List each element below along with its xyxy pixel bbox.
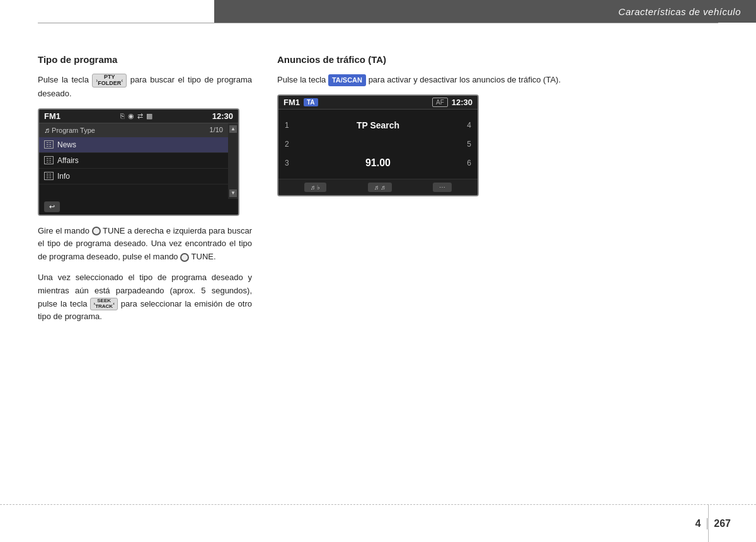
ta-scan-key: TA/SCAN — [328, 74, 366, 87]
scroll-down-arrow[interactable]: ▼ — [229, 189, 237, 197]
list-item-icon-news: ☷ — [44, 140, 54, 149]
chevron-right-icon: ‹ — [121, 77, 123, 85]
list-item-news[interactable]: ☷ News — [39, 137, 228, 153]
tp-search-text: TP Search — [304, 120, 452, 130]
list-item-label-info: Info — [57, 172, 70, 181]
list-item-affairs[interactable]: ☷ Affairs — [39, 153, 228, 169]
para2-gire: Gire el mando — [38, 226, 92, 235]
left-screen: FM1 ⎘ ◉ ⇄ ▩ 12:30 ♬ Program Type 1 — [38, 108, 239, 216]
pty-folder-key: › PTY FOLDER ‹ — [92, 74, 127, 88]
circle-dot-icon: ◉ — [128, 112, 134, 120]
back-button[interactable]: ↩ — [44, 201, 60, 212]
left-screen-icons: ⎘ ◉ ⇄ ▩ — [120, 112, 152, 120]
screen-list: ♬ Program Type 1/10 ☷ News ☷ Affairs — [39, 123, 228, 199]
music-note-small-2: ♬ — [381, 184, 386, 191]
left-para1-before: Pulse la tecla — [38, 75, 89, 84]
num-1: 1 — [285, 121, 304, 130]
af-badge: AF — [432, 98, 448, 107]
right-screen-body: 1 TP Search 4 2 5 3 91.00 6 — [278, 110, 478, 179]
main-content: Tipo de programa Pulse la tecla › PTY FO… — [38, 23, 718, 504]
right-para-1: Pulse la tecla TA/SCAN para activar y de… — [277, 74, 718, 87]
screen-list-header: ♬ Program Type 1/10 — [39, 123, 228, 137]
right-screen-time: 12:30 — [452, 98, 472, 107]
chapter-number: 4 — [695, 518, 707, 529]
right-screen: FM1 TA AF 12:30 1 TP Search 4 2 5 3 — [277, 94, 479, 196]
left-para-1: Pulse la tecla › PTY FOLDER ‹ para busca… — [38, 74, 252, 101]
list-item-info[interactable]: ☷ Info — [39, 169, 228, 184]
tune-circle-icon — [92, 227, 101, 235]
right-screen-footer: ♬ ♭ ♬ ♬ ⋯ — [278, 179, 478, 195]
frequency-display: 91.00 — [304, 157, 452, 169]
music-note-icon-2: ♬ — [374, 184, 379, 191]
pty-key-label: PTY FOLDER — [98, 74, 121, 87]
num-4: 4 — [452, 121, 471, 130]
list-item-icon-affairs: ☷ — [44, 156, 54, 164]
para2-tune2: TUNE. — [192, 252, 216, 261]
left-section-title: Tipo de programa — [38, 54, 252, 65]
footer-divider — [708, 504, 709, 542]
right-screen-fm: FM1 — [284, 98, 300, 107]
footer-btn-2[interactable]: ♬ ♬ — [368, 183, 392, 192]
music-note-small-1: ♭ — [317, 184, 320, 191]
left-screen-time: 12:30 — [212, 111, 233, 121]
footer-btn-1[interactable]: ♬ ♭ — [304, 183, 327, 192]
left-screen-footer: ↩ — [39, 199, 238, 215]
num-6: 6 — [452, 159, 471, 167]
right-para1-after: para activar y desactivar los anuncios d… — [369, 75, 561, 84]
right-section-title: Anuncios de tráfico (TA) — [277, 54, 718, 65]
chevron-right-seek: ‹ — [113, 300, 115, 308]
left-column: Tipo de programa Pulse la tecla › PTY FO… — [38, 54, 271, 504]
list-item-label-affairs: Affairs — [57, 156, 79, 165]
signal-icon: ▩ — [146, 112, 152, 120]
header-bar: Características de vehículo — [214, 0, 756, 23]
footer-btn-3[interactable]: ⋯ — [433, 183, 452, 192]
right-para1-before: Pulse la tecla — [277, 75, 328, 84]
ta-badge: TA — [304, 98, 318, 106]
arrows-icon: ⇄ — [137, 112, 143, 120]
left-screen-header: FM1 ⎘ ◉ ⇄ ▩ 12:30 — [39, 110, 238, 123]
num-5: 5 — [452, 140, 471, 149]
seek-label: SEEK TRACK — [95, 298, 113, 310]
page-number: 4 267 — [695, 518, 731, 529]
grid-icon: ⋯ — [439, 184, 445, 191]
page-footer: 4 267 — [0, 504, 756, 542]
left-screen-body: ♬ Program Type 1/10 ☷ News ☷ Affairs — [39, 123, 238, 199]
bluetooth-icon: ⎘ — [120, 112, 125, 120]
seek-track-key: › SEEK TRACK ‹ — [90, 298, 117, 310]
page-header-title: Características de vehículo — [619, 6, 741, 17]
list-item-icon-info: ☷ — [44, 172, 54, 180]
list-item-label-news: News — [57, 140, 76, 149]
scrollbar: ▲ ▼ — [228, 123, 238, 199]
scroll-up-arrow[interactable]: ▲ — [229, 125, 237, 133]
right-column: Anuncios de tráfico (TA) Pulse la tecla … — [271, 54, 718, 504]
tune-circle-icon-2 — [180, 253, 189, 262]
right-screen-header: FM1 TA AF 12:30 — [278, 96, 478, 110]
page-num: 267 — [714, 518, 731, 529]
screen-list-title: ♬ Program Type — [44, 126, 95, 135]
music-note-icon-1: ♬ — [311, 184, 316, 191]
left-para-3: Una vez seleccionado el tipo de programa… — [38, 271, 252, 324]
num-3: 3 — [285, 159, 304, 167]
left-screen-fm: FM1 — [44, 111, 60, 121]
num-2: 2 — [285, 140, 304, 149]
left-para-2: Gire el mando TUNE a derecha e izquierda… — [38, 225, 252, 264]
screen-list-page: 1/10 — [210, 126, 223, 135]
